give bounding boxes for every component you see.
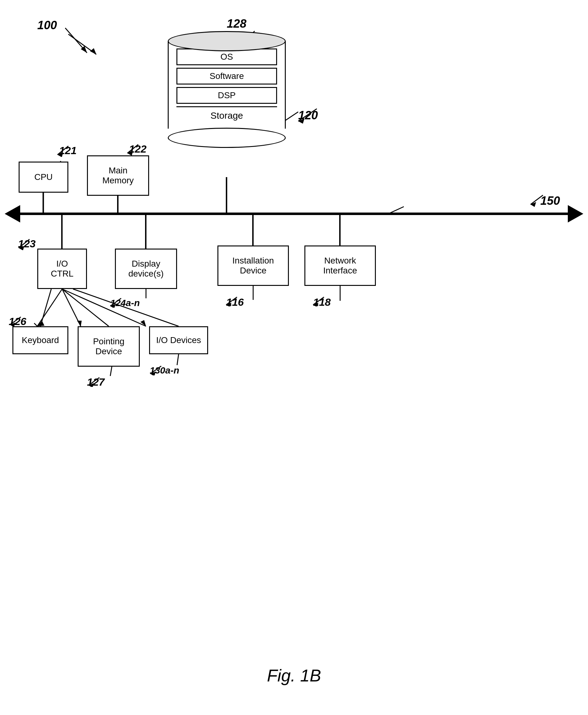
- arrow-120-icon: [292, 106, 323, 124]
- display-bus-line: [145, 215, 146, 249]
- svg-line-29: [530, 195, 543, 204]
- svg-line-39: [226, 297, 237, 305]
- arrow-122-icon: [124, 141, 143, 155]
- pointing-device-box: Pointing Device: [78, 326, 140, 367]
- storage-label: Storage: [176, 106, 277, 124]
- bus-line: [13, 212, 575, 215]
- arrow-118-icon: [310, 294, 329, 306]
- svg-line-47: [62, 289, 146, 326]
- main-memory-box: Main Memory: [87, 155, 149, 196]
- dsp-box: DSP: [176, 87, 277, 104]
- svg-line-27: [298, 109, 317, 121]
- arrow-100-icon: [47, 25, 103, 65]
- arrow-123-icon: [16, 236, 34, 250]
- figure-caption: Fig. 1B: [267, 666, 321, 686]
- arrow-121-icon: [54, 143, 73, 157]
- install-bus-line: [252, 215, 253, 247]
- arrow-130an-icon: [147, 363, 164, 375]
- svg-line-33: [127, 144, 138, 153]
- bus-arrow-right-icon: [568, 205, 583, 223]
- svg-line-41: [313, 297, 324, 305]
- arrow-127-icon: [85, 374, 103, 387]
- arrow-116-icon: [223, 294, 241, 306]
- svg-line-31: [58, 146, 68, 155]
- cpu-box: CPU: [19, 162, 68, 193]
- storage-cylinder: OS Software DSP Storage: [168, 31, 286, 148]
- network-bus-line: [339, 215, 340, 247]
- svg-line-51: [88, 377, 99, 385]
- installation-device-box: Installation Device: [217, 245, 289, 286]
- svg-line-35: [19, 239, 29, 248]
- keyboard-box: Keyboard: [13, 326, 68, 354]
- svg-line-24: [177, 354, 178, 365]
- bus-arrow-left-icon: [5, 205, 20, 223]
- io-ctrl-box: I/O CTRL: [37, 249, 87, 289]
- svg-line-49: [10, 317, 21, 325]
- arrow-150-icon: [524, 192, 549, 208]
- svg-line-53: [150, 366, 161, 374]
- main-memory-bus-line: [117, 196, 118, 214]
- cpu-bus-line: [43, 193, 43, 214]
- svg-line-23: [110, 367, 112, 376]
- io-devices-box: I/O Devices: [149, 326, 208, 354]
- diagram-container: 100 128 OS Software DSP Storage 120: [0, 0, 588, 715]
- label-128: 128: [227, 17, 246, 30]
- arrow-126-icon: [7, 314, 24, 326]
- network-interface-box: Network Interface: [304, 245, 376, 286]
- display-box: Display device(s): [115, 249, 177, 289]
- storage-bus-line: [226, 177, 227, 214]
- io-ctrl-to-iodevices-line: [59, 286, 159, 328]
- io-ctrl-bus-line: [61, 215, 62, 249]
- software-box: Software: [176, 68, 277, 84]
